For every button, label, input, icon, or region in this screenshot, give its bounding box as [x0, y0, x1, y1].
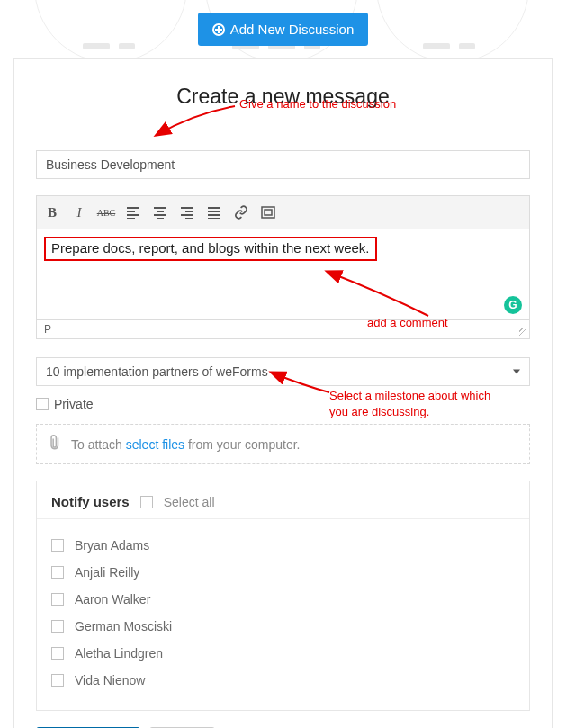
editor-toolbar: B I ABC — [37, 196, 529, 229]
user-name-label: Anjali Reilly — [75, 565, 139, 580]
notify-header: Notify users Select all — [51, 494, 515, 509]
placeholder-circle — [34, 0, 187, 63]
notify-users-box: Notify users Select all Bryan AdamsAnjal… — [36, 481, 530, 711]
align-justify-icon[interactable] — [204, 202, 224, 222]
grammarly-icon[interactable]: G — [504, 296, 522, 314]
header-area: Add New Discussion — [0, 0, 566, 54]
plus-circle-icon — [212, 23, 225, 36]
select-all-label: Select all — [164, 495, 215, 509]
user-checkbox[interactable] — [51, 620, 64, 633]
align-left-icon[interactable] — [123, 202, 143, 222]
user-row: Anjali Reilly — [51, 559, 515, 586]
rich-text-editor: B I ABC Prepare docs, report, and — [36, 195, 530, 339]
user-name-label: Aletha Lindgren — [75, 646, 163, 661]
notify-title: Notify users — [51, 494, 130, 509]
milestone-select[interactable]: 10 implementation partners of weForms — [36, 357, 530, 386]
placeholder-circle — [376, 0, 529, 63]
select-all-checkbox[interactable] — [140, 496, 153, 508]
attach-label: To attach select files from your compute… — [71, 437, 300, 452]
editor-path: P — [44, 323, 51, 336]
editor-statusbar: P — [37, 319, 529, 338]
user-row: German Mosciski — [51, 613, 515, 640]
svg-rect-17 — [262, 207, 274, 218]
editor-content: Prepare docs, report, and blogs within t… — [44, 237, 377, 261]
user-name-label: German Mosciski — [75, 619, 172, 634]
page-title: Create a new message — [36, 85, 530, 109]
link-icon[interactable] — [231, 202, 251, 222]
placeholder-bar — [119, 43, 135, 49]
select-all-row: Select all — [140, 495, 215, 509]
resize-grip-icon[interactable] — [517, 326, 527, 337]
select-files-link[interactable]: select files — [126, 437, 184, 452]
placeholder-bar — [459, 43, 475, 49]
attach-files-row: To attach select files from your compute… — [36, 424, 530, 464]
user-name-label: Vida Nienow — [75, 673, 145, 688]
fullscreen-icon[interactable] — [258, 202, 278, 222]
align-right-icon[interactable] — [177, 202, 197, 222]
chevron-down-icon — [513, 370, 520, 374]
paperclip-icon — [43, 431, 69, 457]
private-toggle-row: Private — [36, 397, 530, 411]
user-checkbox[interactable] — [51, 539, 64, 552]
user-row: Bryan Adams — [51, 532, 515, 559]
placeholder-bar — [423, 43, 450, 49]
align-center-icon[interactable] — [150, 202, 170, 222]
private-label: Private — [54, 397, 94, 411]
user-checkbox[interactable] — [51, 593, 64, 606]
user-row: Aletha Lindgren — [51, 640, 515, 667]
user-name-label: Aaron Walker — [75, 592, 150, 607]
private-checkbox[interactable] — [36, 398, 49, 410]
italic-icon[interactable]: I — [69, 202, 89, 222]
milestone-select-wrap: 10 implementation partners of weForms — [36, 357, 530, 386]
strikethrough-icon[interactable]: ABC — [96, 202, 116, 222]
user-checkbox[interactable] — [51, 566, 64, 579]
discussion-title-input[interactable] — [36, 150, 530, 179]
add-button-label: Add New Discussion — [230, 22, 355, 37]
user-row: Vida Nienow — [51, 667, 515, 694]
create-message-panel: Create a new message Give a name to the … — [13, 58, 553, 728]
user-row: Aaron Walker — [51, 586, 515, 613]
user-checkbox[interactable] — [51, 647, 64, 660]
svg-rect-18 — [265, 210, 272, 215]
user-name-label: Bryan Adams — [75, 538, 149, 553]
user-list: Bryan AdamsAnjali ReillyAaron WalkerGerm… — [51, 532, 515, 694]
milestone-selected-label: 10 implementation partners of weForms — [46, 364, 268, 379]
placeholder-bar — [83, 43, 110, 49]
bold-icon[interactable]: B — [42, 202, 62, 222]
add-new-discussion-button[interactable]: Add New Discussion — [198, 13, 369, 46]
user-checkbox[interactable] — [51, 674, 64, 687]
editor-body[interactable]: Prepare docs, report, and blogs within t… — [37, 229, 529, 319]
divider — [37, 518, 529, 519]
